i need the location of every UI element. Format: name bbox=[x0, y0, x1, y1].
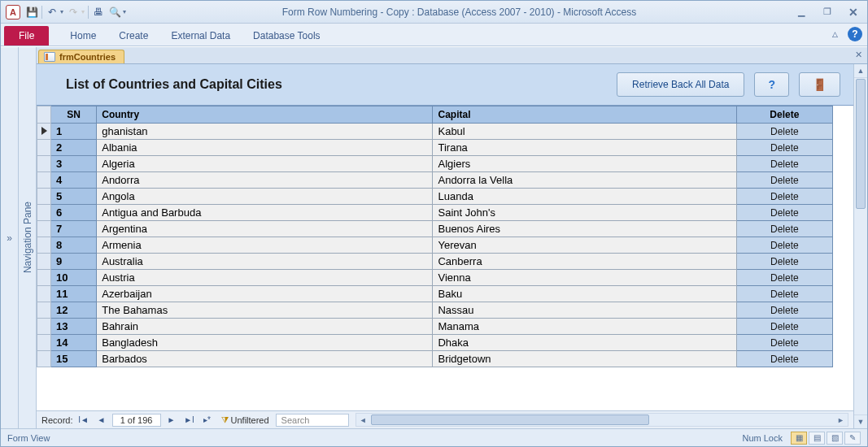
vertical-scrollbar[interactable]: ▲ ▼ bbox=[853, 64, 867, 428]
delete-button[interactable]: Delete bbox=[736, 156, 832, 172]
table-row[interactable]: 2AlbaniaTiranaDelete bbox=[37, 140, 833, 156]
table-row[interactable]: 3AlgeriaAlgiersDelete bbox=[37, 156, 833, 172]
delete-button[interactable]: Delete bbox=[736, 237, 832, 254]
cell-capital[interactable]: Luanda bbox=[433, 189, 736, 205]
table-row[interactable]: 11AzerbaijanBakuDelete bbox=[37, 286, 833, 302]
cell-country[interactable]: Andorra bbox=[97, 172, 433, 189]
record-selector[interactable] bbox=[37, 205, 51, 221]
horizontal-scrollbar[interactable]: ◄ ► bbox=[355, 413, 848, 427]
scroll-left-icon[interactable]: ◄ bbox=[356, 416, 370, 424]
delete-button[interactable]: Delete bbox=[736, 335, 832, 351]
record-selector[interactable] bbox=[37, 124, 51, 140]
retrieve-all-button[interactable]: Retrieve Back All Data bbox=[617, 72, 744, 97]
tab-file[interactable]: File bbox=[4, 26, 49, 46]
table-row[interactable]: 10AustriaViennaDelete bbox=[37, 270, 833, 286]
record-selector[interactable] bbox=[37, 351, 51, 367]
cell-capital[interactable]: Algiers bbox=[433, 156, 736, 172]
table-row[interactable]: 15BarbadosBridgetownDelete bbox=[37, 351, 833, 367]
undo-icon[interactable]: ↶ bbox=[46, 6, 59, 19]
scroll-thumb[interactable] bbox=[371, 414, 649, 425]
delete-button[interactable]: Delete bbox=[736, 254, 832, 270]
record-selector[interactable] bbox=[37, 254, 51, 270]
cell-capital[interactable]: Buenos Aires bbox=[433, 221, 736, 237]
table-row[interactable]: 9AustraliaCanberraDelete bbox=[37, 254, 833, 270]
tab-database-tools[interactable]: Database Tools bbox=[242, 26, 332, 46]
delete-button[interactable]: Delete bbox=[736, 286, 832, 302]
cell-country[interactable]: Bahrain bbox=[97, 319, 433, 335]
cell-capital[interactable]: Baku bbox=[433, 286, 736, 302]
cell-country[interactable]: Barbados bbox=[97, 351, 433, 367]
nav-first-icon[interactable]: I◄ bbox=[76, 414, 91, 427]
help-icon[interactable]: ? bbox=[848, 27, 862, 41]
print-preview-icon[interactable]: 🔍 bbox=[108, 6, 121, 19]
layout-view-icon[interactable]: ▧ bbox=[827, 432, 843, 445]
delete-button[interactable]: Delete bbox=[736, 124, 832, 140]
nav-new-icon[interactable]: ▸* bbox=[200, 414, 215, 427]
scroll-right-icon[interactable]: ► bbox=[834, 416, 848, 424]
cell-capital[interactable]: Yerevan bbox=[433, 237, 736, 254]
column-header-capital[interactable]: Capital bbox=[433, 106, 736, 124]
table-row[interactable]: 5AngolaLuandaDelete bbox=[37, 189, 833, 205]
cell-country[interactable]: Algeria bbox=[97, 156, 433, 172]
scroll-up-icon[interactable]: ▲ bbox=[854, 64, 867, 78]
table-row[interactable]: 14BangladeshDhakaDelete bbox=[37, 335, 833, 351]
cell-country[interactable]: Antigua and Barbuda bbox=[97, 205, 433, 221]
cell-country[interactable]: ghanistan bbox=[97, 124, 433, 140]
cell-capital[interactable]: Tirana bbox=[433, 140, 736, 156]
save-icon[interactable]: 💾 bbox=[25, 6, 38, 19]
record-selector[interactable] bbox=[37, 156, 51, 172]
nav-prev-icon[interactable]: ◄ bbox=[94, 414, 109, 427]
ribbon-minimize-icon[interactable]: △ bbox=[828, 28, 841, 41]
record-selector[interactable] bbox=[37, 237, 51, 254]
cell-capital[interactable]: Andorra la Vella bbox=[433, 172, 736, 189]
table-row[interactable]: 6Antigua and BarbudaSaint John'sDelete bbox=[37, 205, 833, 221]
column-header-country[interactable]: Country bbox=[97, 106, 433, 124]
nav-last-icon[interactable]: ►I bbox=[182, 414, 197, 427]
record-selector[interactable] bbox=[37, 302, 51, 319]
delete-button[interactable]: Delete bbox=[736, 270, 832, 286]
delete-button[interactable]: Delete bbox=[736, 140, 832, 156]
cell-capital[interactable]: Nassau bbox=[433, 302, 736, 319]
cell-capital[interactable]: Manama bbox=[433, 319, 736, 335]
minimize-button[interactable]: ▁ bbox=[792, 7, 810, 18]
cell-country[interactable]: Austria bbox=[97, 270, 433, 286]
cell-country[interactable]: Albania bbox=[97, 140, 433, 156]
help-button[interactable]: ? bbox=[754, 72, 789, 97]
record-selector[interactable] bbox=[37, 319, 51, 335]
design-view-icon[interactable]: ✎ bbox=[844, 432, 861, 445]
restore-button[interactable]: ❐ bbox=[818, 7, 836, 18]
record-position[interactable]: 1 of 196 bbox=[112, 414, 161, 427]
navigation-pane[interactable]: Navigation Pane bbox=[19, 47, 37, 428]
table-row[interactable]: 12The BahamasNassauDelete bbox=[37, 302, 833, 319]
tab-external-data[interactable]: External Data bbox=[159, 26, 242, 46]
table-row[interactable]: 1ghanistanKabulDelete bbox=[37, 124, 833, 140]
table-row[interactable]: 7ArgentinaBuenos AiresDelete bbox=[37, 221, 833, 237]
scroll-down-icon[interactable]: ▼ bbox=[854, 414, 867, 428]
record-selector[interactable] bbox=[37, 335, 51, 351]
print-icon[interactable]: 🖶 bbox=[92, 6, 105, 19]
record-selector[interactable] bbox=[37, 172, 51, 189]
table-row[interactable]: 4AndorraAndorra la VellaDelete bbox=[37, 172, 833, 189]
cell-country[interactable]: Bangladesh bbox=[97, 335, 433, 351]
object-tab-close-icon[interactable]: ✕ bbox=[855, 50, 862, 60]
search-input[interactable]: Search bbox=[276, 414, 349, 427]
cell-country[interactable]: The Bahamas bbox=[97, 302, 433, 319]
delete-button[interactable]: Delete bbox=[736, 172, 832, 189]
delete-button[interactable]: Delete bbox=[736, 302, 832, 319]
record-selector[interactable] bbox=[37, 221, 51, 237]
delete-button[interactable]: Delete bbox=[736, 351, 832, 367]
record-selector[interactable] bbox=[37, 189, 51, 205]
filter-indicator[interactable]: ⧩Unfiltered bbox=[221, 414, 269, 425]
record-selector[interactable] bbox=[37, 140, 51, 156]
form-view-icon[interactable]: ▦ bbox=[791, 432, 807, 445]
record-selector[interactable] bbox=[37, 270, 51, 286]
cell-country[interactable]: Angola bbox=[97, 189, 433, 205]
cell-capital[interactable]: Dhaka bbox=[433, 335, 736, 351]
table-row[interactable]: 8ArmeniaYerevanDelete bbox=[37, 237, 833, 254]
delete-button[interactable]: Delete bbox=[736, 205, 832, 221]
delete-button[interactable]: Delete bbox=[736, 189, 832, 205]
cell-country[interactable]: Armenia bbox=[97, 237, 433, 254]
table-row[interactable]: 13BahrainManamaDelete bbox=[37, 319, 833, 335]
nav-pane-toggle[interactable]: » bbox=[1, 47, 19, 428]
close-form-button[interactable]: 🚪 bbox=[799, 72, 840, 97]
